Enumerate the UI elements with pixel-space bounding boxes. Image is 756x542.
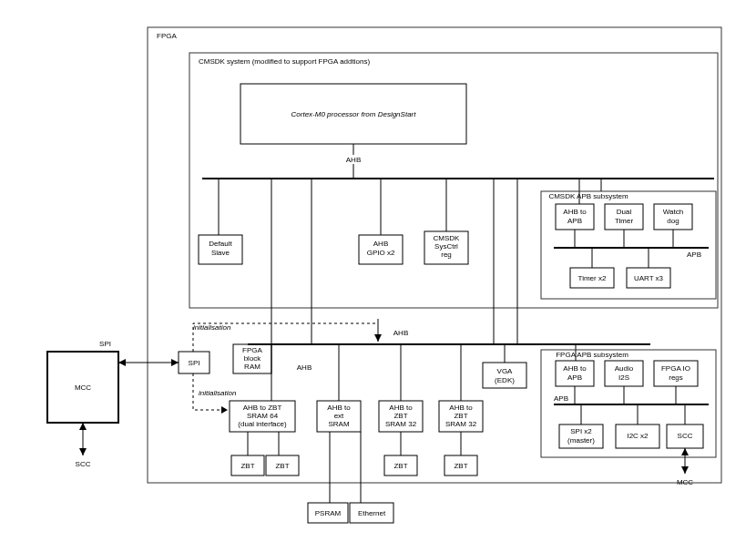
svg-marker-39 bbox=[374, 334, 382, 342]
ahb-label-3: AHB bbox=[297, 363, 312, 372]
block-diagram: FPGA CMSDK system (modified to support F… bbox=[0, 0, 756, 542]
fpga-apb-label: FPGA APB subsystem bbox=[556, 351, 628, 359]
svg-text:SRAM 64: SRAM 64 bbox=[247, 412, 279, 420]
svg-text:Dual: Dual bbox=[617, 208, 632, 216]
svg-text:AHB to: AHB to bbox=[563, 364, 587, 373]
svg-text:AHB to: AHB to bbox=[563, 208, 587, 216]
svg-text:UART x3: UART x3 bbox=[634, 274, 664, 282]
svg-text:SysCtrl: SysCtrl bbox=[434, 242, 458, 251]
svg-text:regs: regs bbox=[669, 373, 683, 382]
svg-text:AHB to: AHB to bbox=[449, 404, 473, 412]
svg-text:SCC: SCC bbox=[678, 432, 693, 440]
svg-marker-88 bbox=[681, 448, 689, 455]
svg-text:dog: dog bbox=[667, 217, 679, 225]
svg-text:GPIO x2: GPIO x2 bbox=[367, 249, 395, 257]
svg-text:Audio: Audio bbox=[615, 364, 634, 373]
mcc-label: MCC bbox=[75, 383, 91, 392]
svg-text:SPI: SPI bbox=[189, 359, 200, 367]
ahb-label-2: AHB bbox=[393, 329, 408, 337]
svg-text:SRAM 32: SRAM 32 bbox=[445, 420, 477, 428]
svg-text:(dual interface): (dual interface) bbox=[238, 420, 287, 428]
svg-text:ZBT: ZBT bbox=[393, 412, 407, 420]
spi-conn-label: SPI bbox=[99, 340, 111, 348]
cmsdk-apb-label: CMSDK APB subsystem bbox=[548, 192, 628, 200]
svg-text:initialisation: initialisation bbox=[193, 323, 231, 332]
svg-text:(EDK): (EDK) bbox=[495, 376, 515, 384]
svg-text:MCC: MCC bbox=[677, 478, 693, 486]
svg-text:Watch: Watch bbox=[663, 208, 683, 216]
cortex-label: Cortex-M0 processor from DesignStart bbox=[291, 110, 417, 118]
svg-text:block: block bbox=[244, 354, 262, 363]
svg-text:Timer x2: Timer x2 bbox=[578, 274, 607, 282]
svg-text:SRAM: SRAM bbox=[328, 420, 349, 428]
svg-text:PSRAM: PSRAM bbox=[315, 509, 342, 517]
svg-marker-35 bbox=[79, 448, 87, 455]
svg-text:AHB to: AHB to bbox=[389, 404, 413, 412]
svg-marker-40 bbox=[221, 406, 228, 414]
svg-text:ZBT: ZBT bbox=[275, 462, 289, 470]
svg-text:ZBT: ZBT bbox=[454, 412, 467, 420]
svg-text:I2C x2: I2C x2 bbox=[627, 432, 649, 440]
svg-text:AHB: AHB bbox=[373, 240, 388, 248]
svg-text:AHB to ZBT: AHB to ZBT bbox=[243, 404, 282, 412]
ahb-label-1: AHB bbox=[346, 156, 361, 164]
svg-marker-32 bbox=[118, 359, 126, 366]
svg-text:CMSDK: CMSDK bbox=[434, 234, 461, 242]
svg-text:Ethernet: Ethernet bbox=[358, 509, 386, 517]
svg-text:VGA: VGA bbox=[497, 367, 514, 375]
svg-text:(master): (master) bbox=[567, 436, 595, 445]
svg-text:Default: Default bbox=[209, 240, 232, 248]
fpga-label: FPGA bbox=[157, 32, 177, 40]
svg-text:FPGA IO: FPGA IO bbox=[661, 364, 690, 373]
svg-text:I2S: I2S bbox=[618, 373, 629, 382]
svg-text:APB: APB bbox=[567, 217, 582, 225]
svg-text:ZBT: ZBT bbox=[240, 462, 254, 470]
svg-marker-34 bbox=[79, 423, 87, 430]
svg-marker-33 bbox=[171, 359, 179, 366]
svg-text:SPI x2: SPI x2 bbox=[570, 427, 592, 435]
svg-text:Slave: Slave bbox=[211, 249, 230, 257]
svg-text:APB: APB bbox=[567, 373, 582, 382]
svg-marker-89 bbox=[681, 466, 689, 474]
svg-text:SRAM 32: SRAM 32 bbox=[385, 420, 417, 428]
svg-text:ext: ext bbox=[334, 412, 344, 420]
svg-text:reg: reg bbox=[441, 251, 452, 259]
svg-text:Timer: Timer bbox=[615, 217, 633, 225]
scc-label: SCC bbox=[76, 460, 91, 468]
svg-text:ZBT: ZBT bbox=[454, 462, 467, 470]
cmsdk-label: CMSDK system (modified to support FPGA a… bbox=[199, 57, 370, 66]
svg-text:FPGA: FPGA bbox=[242, 346, 262, 354]
svg-text:initialisation: initialisation bbox=[199, 389, 237, 397]
svg-text:ZBT: ZBT bbox=[393, 462, 407, 470]
svg-text:APB: APB bbox=[554, 394, 568, 403]
svg-text:AHB to: AHB to bbox=[327, 404, 351, 412]
svg-text:RAM: RAM bbox=[244, 363, 261, 371]
svg-text:APB: APB bbox=[687, 251, 701, 259]
